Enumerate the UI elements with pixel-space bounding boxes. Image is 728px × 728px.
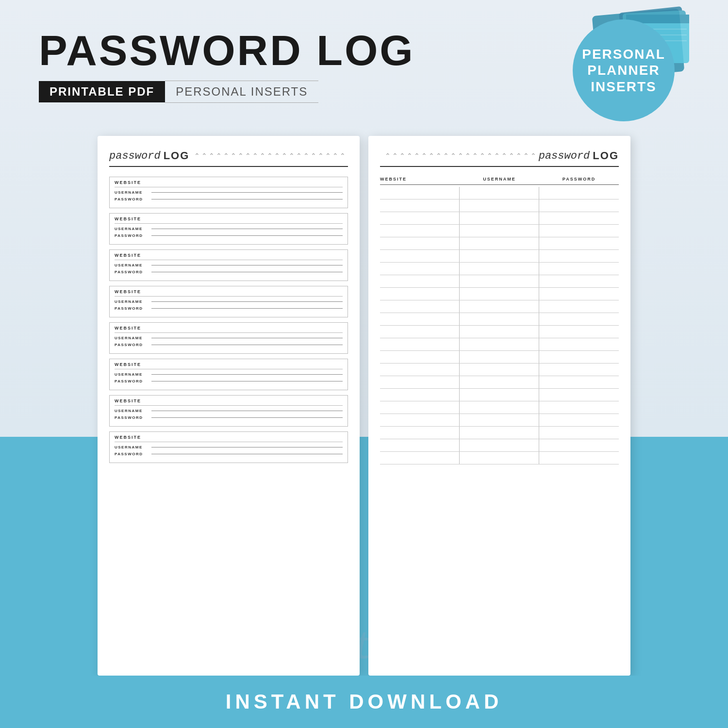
table-cell-password-9 — [539, 300, 619, 313]
entry-username-field-5: USERNAME — [115, 372, 343, 377]
entry-website-label-2: WEBSITE — [115, 253, 343, 260]
table-row-17 — [380, 401, 619, 414]
table-cell-username-2 — [460, 212, 539, 224]
table-cell-password-6 — [539, 263, 619, 275]
col-username-header: USERNAME — [460, 177, 539, 182]
entry-block-4: WEBSITE USERNAME PASSWORD — [109, 322, 348, 354]
table-row-20 — [380, 439, 619, 452]
table-cell-username-19 — [460, 427, 539, 439]
entry-username-label-5: USERNAME — [115, 372, 149, 377]
entry-password-field-2: PASSWORD — [115, 270, 343, 274]
entry-password-field-1: PASSWORD — [115, 233, 343, 238]
table-cell-username-8 — [460, 288, 539, 300]
left-title-script: password — [109, 150, 161, 162]
table-row-3 — [380, 225, 619, 237]
table-cell-password-3 — [539, 225, 619, 237]
table-cell-website-0 — [380, 187, 460, 199]
table-cell-username-21 — [460, 452, 539, 464]
table-cell-website-15 — [380, 376, 460, 388]
table-cell-username-14 — [460, 364, 539, 376]
entry-password-line-4 — [151, 345, 343, 345]
right-page-header: ⌃⌃⌃⌃⌃⌃⌃⌃⌃⌃⌃⌃⌃⌃⌃⌃⌃⌃⌃⌃⌃⌃⌃⌃⌃⌃⌃⌃⌃ password L… — [380, 149, 619, 167]
entry-password-label-2: PASSWORD — [115, 270, 149, 274]
table-cell-username-4 — [460, 237, 539, 249]
table-row-21 — [380, 452, 619, 464]
table-cell-username-7 — [460, 275, 539, 287]
entry-password-label-3: PASSWORD — [115, 306, 149, 311]
table-row-9 — [380, 300, 619, 313]
table-row-0 — [380, 187, 619, 199]
entry-block-7: WEBSITE USERNAME PASSWORD — [109, 431, 348, 463]
entry-website-label-0: WEBSITE — [115, 180, 343, 187]
table-cell-website-10 — [380, 313, 460, 325]
right-page-decoration: ⌃⌃⌃⌃⌃⌃⌃⌃⌃⌃⌃⌃⌃⌃⌃⌃⌃⌃⌃⌃⌃⌃⌃⌃⌃⌃⌃⌃⌃ — [385, 152, 535, 160]
right-table-rows — [380, 187, 619, 464]
table-cell-website-4 — [380, 237, 460, 249]
table-cell-password-14 — [539, 364, 619, 376]
table-cell-website-13 — [380, 351, 460, 363]
entry-website-label-3: WEBSITE — [115, 289, 343, 297]
entry-username-label-6: USERNAME — [115, 409, 149, 413]
table-cell-password-15 — [539, 376, 619, 388]
table-row-5 — [380, 250, 619, 263]
table-cell-password-1 — [539, 199, 619, 212]
content-wrapper: PASSWORD LOG PRINTABLE PDF PERSONAL INSE… — [0, 0, 728, 728]
table-row-15 — [380, 376, 619, 389]
entry-username-label-2: USERNAME — [115, 263, 149, 267]
table-row-4 — [380, 237, 619, 250]
table-container: WEBSITE USERNAME PASSWORD — [380, 177, 619, 664]
table-cell-password-8 — [539, 288, 619, 300]
entry-password-line-6 — [151, 417, 343, 418]
table-cell-website-6 — [380, 263, 460, 275]
table-cell-password-0 — [539, 187, 619, 199]
table-cell-website-21 — [380, 452, 460, 464]
entry-username-field-7: USERNAME — [115, 445, 343, 449]
table-cell-website-12 — [380, 338, 460, 350]
table-cell-username-0 — [460, 187, 539, 199]
svg-rect-3 — [626, 15, 689, 23]
right-page: ⌃⌃⌃⌃⌃⌃⌃⌃⌃⌃⌃⌃⌃⌃⌃⌃⌃⌃⌃⌃⌃⌃⌃⌃⌃⌃⌃⌃⌃ password L… — [368, 136, 630, 676]
entry-password-field-6: PASSWORD — [115, 415, 343, 420]
entry-block-6: WEBSITE USERNAME PASSWORD — [109, 395, 348, 427]
subtitle-pdf: PRINTABLE PDF — [39, 81, 165, 102]
table-cell-username-17 — [460, 401, 539, 414]
table-cell-website-5 — [380, 250, 460, 262]
table-row-13 — [380, 351, 619, 364]
table-cell-password-4 — [539, 237, 619, 249]
table-row-16 — [380, 389, 619, 401]
entry-username-label-0: USERNAME — [115, 190, 149, 195]
table-cell-username-9 — [460, 300, 539, 313]
table-header: WEBSITE USERNAME PASSWORD — [380, 177, 619, 185]
entry-password-line-1 — [151, 235, 343, 236]
header: PASSWORD LOG PRINTABLE PDF PERSONAL INSE… — [0, 0, 728, 136]
table-row-18 — [380, 414, 619, 427]
entry-username-line-2 — [151, 265, 343, 265]
table-cell-password-18 — [539, 414, 619, 426]
table-cell-password-7 — [539, 275, 619, 287]
left-page-header: password LOG ⌃⌃⌃⌃⌃⌃⌃⌃⌃⌃⌃⌃⌃⌃⌃⌃⌃⌃⌃⌃⌃⌃⌃⌃⌃⌃⌃… — [109, 149, 348, 167]
subtitle-bar: PRINTABLE PDF PERSONAL INSERTS — [39, 81, 415, 103]
table-row-12 — [380, 338, 619, 351]
entry-password-line-3 — [151, 308, 343, 309]
entry-password-line-0 — [151, 199, 343, 199]
entry-password-line-5 — [151, 381, 343, 381]
entry-website-label-4: WEBSITE — [115, 326, 343, 333]
table-cell-username-1 — [460, 199, 539, 212]
main-title: PASSWORD LOG — [39, 29, 415, 72]
entry-password-field-4: PASSWORD — [115, 343, 343, 347]
table-cell-password-17 — [539, 401, 619, 414]
table-cell-username-5 — [460, 250, 539, 262]
table-row-1 — [380, 199, 619, 212]
instant-download-label: INSTANT DOWNLOAD — [226, 690, 503, 713]
table-cell-password-13 — [539, 351, 619, 363]
right-title-script: password — [539, 150, 590, 162]
table-cell-website-2 — [380, 212, 460, 224]
circle-badge: PERSONAL PLANNER INSERTS — [573, 19, 675, 121]
table-cell-website-9 — [380, 300, 460, 313]
table-cell-username-6 — [460, 263, 539, 275]
entry-block-0: WEBSITE USERNAME PASSWORD — [109, 177, 348, 208]
badge-text: PERSONAL PLANNER INSERTS — [582, 46, 665, 95]
table-cell-password-12 — [539, 338, 619, 350]
table-cell-website-8 — [380, 288, 460, 300]
table-cell-website-11 — [380, 326, 460, 338]
